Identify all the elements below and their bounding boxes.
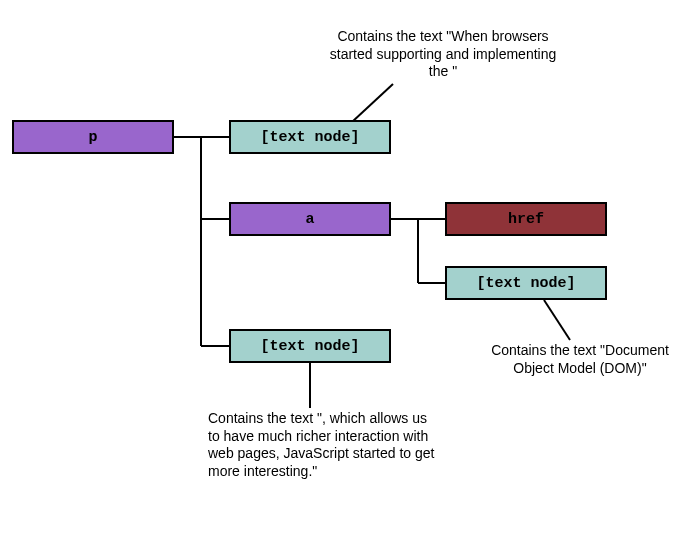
node-text-3: [text node] bbox=[229, 329, 391, 363]
node-label: [text node] bbox=[260, 338, 359, 355]
node-label: href bbox=[508, 211, 544, 228]
node-p: p bbox=[12, 120, 174, 154]
node-label: [text node] bbox=[476, 275, 575, 292]
node-href: href bbox=[445, 202, 607, 236]
node-label: p bbox=[88, 129, 97, 146]
annotation-bottom: Contains the text ", which allows us to … bbox=[208, 410, 438, 480]
node-text-2: [text node] bbox=[445, 266, 607, 300]
node-label: a bbox=[305, 211, 314, 228]
node-a: a bbox=[229, 202, 391, 236]
svg-line-8 bbox=[544, 300, 570, 340]
node-text-1: [text node] bbox=[229, 120, 391, 154]
svg-line-7 bbox=[352, 84, 393, 122]
annotation-top: Contains the text "When browsers started… bbox=[328, 28, 558, 81]
node-label: [text node] bbox=[260, 129, 359, 146]
annotation-right: Contains the text "Document Object Model… bbox=[490, 342, 670, 377]
